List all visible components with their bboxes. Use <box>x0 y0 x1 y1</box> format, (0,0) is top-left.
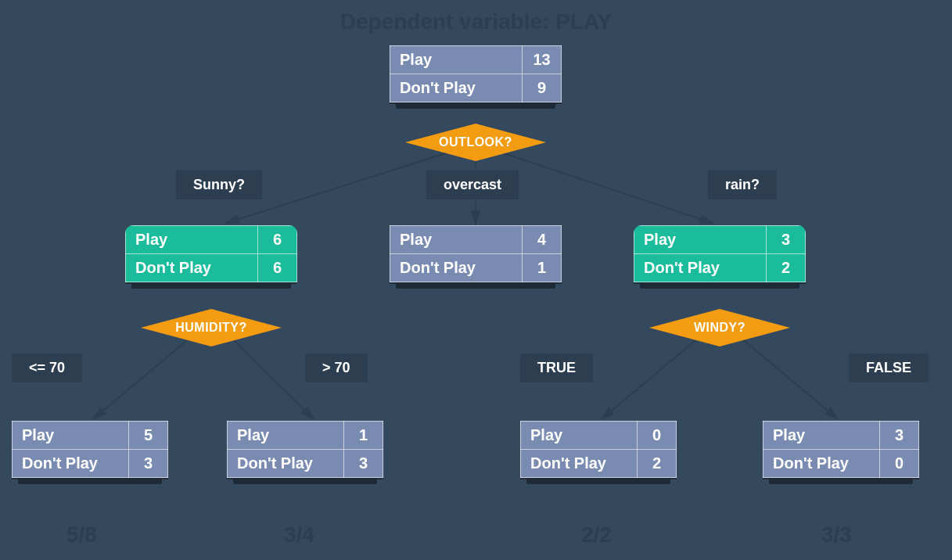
svg-line-2 <box>485 147 712 223</box>
row-label: Play <box>521 422 638 450</box>
leaf-le70: Play5 Don't Play3 <box>12 421 168 484</box>
svg-line-6 <box>735 333 837 418</box>
row-value: 1 <box>344 422 383 450</box>
split-outlook: OUTLOOK? <box>405 124 546 161</box>
leaf-gt70: Play1 Don't Play3 <box>227 421 383 484</box>
row-label: Don't Play <box>390 74 523 102</box>
row-label: Play <box>390 226 523 254</box>
row-label: Don't Play <box>521 450 638 478</box>
row-value: 2 <box>767 254 806 282</box>
branch-gt70: > 70 <box>305 354 368 382</box>
row-value: 0 <box>638 422 677 450</box>
row-value: 6 <box>258 254 297 282</box>
ratio-2: 3/4 <box>284 522 314 547</box>
root-node: Play13 Don't Play9 <box>390 45 562 109</box>
row-label: Don't Play <box>763 450 880 478</box>
split-windy: WINDY? <box>649 309 790 346</box>
row-value: 5 <box>129 422 168 450</box>
branch-overcast: overcast <box>426 171 519 199</box>
branch-true: TRUE <box>520 354 593 382</box>
row-value: 2 <box>638 450 677 478</box>
row-value: 13 <box>523 46 562 74</box>
branch-sunny: Sunny? <box>176 171 262 199</box>
row-value: 3 <box>344 450 383 478</box>
overcast-node: Play4 Don't Play1 <box>390 225 562 289</box>
svg-line-5 <box>602 333 704 418</box>
sunny-node: Play6 Don't Play6 <box>125 225 297 289</box>
row-value: 1 <box>523 254 562 282</box>
row-value: 6 <box>258 226 297 254</box>
row-label: Don't Play <box>126 254 258 282</box>
branch-rain: rain? <box>708 171 777 199</box>
row-value: 3 <box>129 450 168 478</box>
leaf-false: Play3 Don't Play0 <box>763 421 919 484</box>
row-label: Play <box>126 226 258 254</box>
branch-le70: <= 70 <box>12 354 82 382</box>
row-value: 0 <box>880 450 919 478</box>
row-label: Play <box>763 422 880 450</box>
row-label: Play <box>390 46 523 74</box>
row-value: 3 <box>767 226 806 254</box>
row-label: Play <box>634 226 767 254</box>
row-label: Don't Play <box>634 254 767 282</box>
ratio-3: 2/2 <box>581 522 612 547</box>
row-label: Play <box>13 422 129 450</box>
ratio-4: 3/3 <box>821 522 852 547</box>
row-value: 4 <box>523 226 562 254</box>
row-label: Don't Play <box>228 450 344 478</box>
row-label: Play <box>228 422 344 450</box>
rain-node: Play3 Don't Play2 <box>634 225 806 289</box>
row-label: Don't Play <box>390 254 523 282</box>
leaf-true: Play0 Don't Play2 <box>520 421 677 484</box>
svg-line-4 <box>227 333 313 418</box>
diagram-title: Dependent variable: PLAY <box>0 9 952 34</box>
split-humidity: HUMIDITY? <box>141 309 282 346</box>
row-value: 9 <box>523 74 562 102</box>
row-label: Don't Play <box>13 450 129 478</box>
row-value: 3 <box>880 422 919 450</box>
ratio-1: 5/8 <box>66 522 97 547</box>
branch-false: FALSE <box>849 354 929 382</box>
svg-line-3 <box>94 333 196 418</box>
